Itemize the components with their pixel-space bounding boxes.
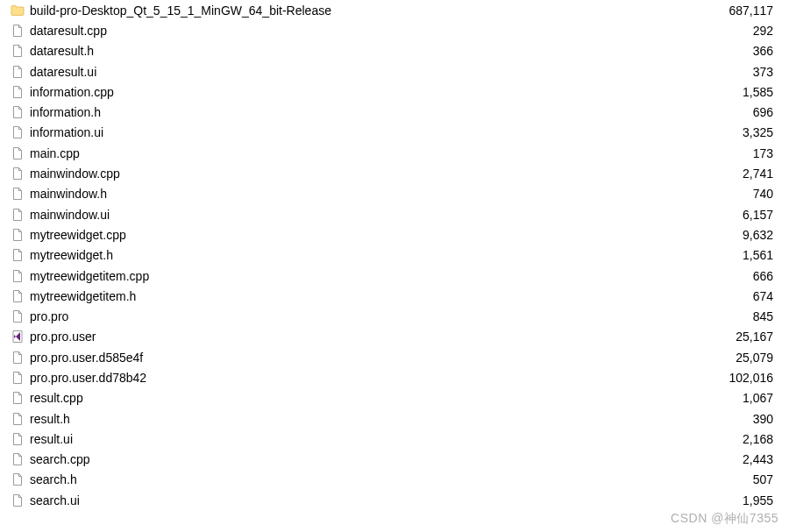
- file-icon: [11, 391, 25, 405]
- file-size: 6,157: [703, 208, 773, 222]
- file-row[interactable]: build-pro-Desktop_Qt_5_15_1_MinGW_64_bit…: [0, 0, 789, 20]
- file-size: 1,955: [703, 493, 773, 507]
- file-name: mainwindow.cpp: [30, 167, 703, 181]
- file-size: 25,167: [703, 330, 773, 344]
- file-row[interactable]: information.ui 3,325: [0, 123, 789, 143]
- file-size: 25,079: [703, 351, 773, 365]
- file-row[interactable]: pro.pro.user.d585e4f 25,079: [0, 347, 789, 367]
- file-size: 102,016: [703, 371, 773, 385]
- file-name: dataresult.ui: [30, 65, 703, 79]
- file-icon: [11, 412, 25, 426]
- file-icon: [11, 248, 25, 262]
- file-size: 9,632: [703, 228, 773, 242]
- file-size: 292: [703, 24, 773, 38]
- file-size: 674: [703, 289, 773, 303]
- file-name: pro.pro.user.d585e4f: [30, 351, 703, 365]
- file-row[interactable]: dataresult.cpp 292: [0, 20, 789, 40]
- file-name: dataresult.cpp: [30, 24, 703, 38]
- file-row[interactable]: result.ui 2,168: [0, 429, 789, 449]
- file-icon: [11, 85, 25, 99]
- file-name: mytreewidget.h: [30, 248, 703, 262]
- file-size: 173: [703, 146, 773, 160]
- file-size: 2,741: [703, 167, 773, 181]
- file-icon: [11, 472, 25, 486]
- file-row[interactable]: mytreewidget.cpp 9,632: [0, 224, 789, 245]
- file-size: 507: [703, 472, 773, 486]
- file-row[interactable]: result.h 390: [0, 408, 789, 429]
- file-row[interactable]: search.ui 1,955: [0, 490, 789, 510]
- file-name: information.cpp: [30, 85, 703, 99]
- file-name: result.ui: [30, 432, 703, 446]
- file-row[interactable]: mytreewidgetitem.cpp 666: [0, 266, 789, 286]
- file-name: result.cpp: [30, 391, 703, 405]
- file-size: 1,067: [703, 391, 773, 405]
- file-name: search.cpp: [30, 452, 703, 466]
- file-icon: [11, 167, 25, 181]
- file-size: 845: [703, 309, 773, 323]
- file-name: mytreewidgetitem.h: [30, 289, 703, 303]
- file-icon: [11, 371, 25, 385]
- file-name: search.h: [30, 472, 703, 486]
- file-icon: [11, 44, 25, 58]
- file-size: 366: [703, 44, 773, 58]
- file-row[interactable]: mainwindow.h 740: [0, 184, 789, 204]
- file-row[interactable]: mytreewidgetitem.h 674: [0, 286, 789, 306]
- file-name: result.h: [30, 412, 703, 426]
- file-icon: [11, 187, 25, 201]
- file-row[interactable]: pro.pro 845: [0, 306, 789, 326]
- file-name: pro.pro.user.dd78b42: [30, 371, 703, 385]
- file-size: 696: [703, 105, 773, 119]
- file-row[interactable]: pro.pro.user.dd78b42 102,016: [0, 367, 789, 387]
- file-row[interactable]: mainwindow.ui 6,157: [0, 204, 789, 224]
- file-row[interactable]: dataresult.ui 373: [0, 61, 789, 82]
- file-row[interactable]: search.h 507: [0, 470, 789, 490]
- file-icon: [11, 24, 25, 38]
- file-size: 3,325: [703, 125, 773, 139]
- file-icon: [11, 208, 25, 222]
- file-icon: [11, 309, 25, 323]
- file-size: 2,443: [703, 452, 773, 466]
- file-icon: [11, 146, 25, 160]
- file-list: build-pro-Desktop_Qt_5_15_1_MinGW_64_bit…: [0, 0, 789, 510]
- watermark: CSDN @神仙7355: [671, 511, 778, 527]
- file-size: 1,561: [703, 248, 773, 262]
- file-name: build-pro-Desktop_Qt_5_15_1_MinGW_64_bit…: [30, 4, 703, 18]
- file-row[interactable]: mainwindow.cpp 2,741: [0, 163, 789, 183]
- file-row[interactable]: result.cpp 1,067: [0, 388, 789, 408]
- file-row[interactable]: search.cpp 2,443: [0, 450, 789, 470]
- file-size: 390: [703, 412, 773, 426]
- file-icon: [11, 65, 25, 79]
- file-size: 687,117: [703, 4, 773, 18]
- file-icon: [11, 105, 25, 119]
- file-icon: [11, 228, 25, 242]
- file-name: information.ui: [30, 125, 703, 139]
- file-row[interactable]: pro.pro.user 25,167: [0, 327, 789, 347]
- file-icon: [11, 269, 25, 283]
- file-icon: [11, 289, 25, 303]
- file-size: 666: [703, 269, 773, 283]
- file-name: mainwindow.ui: [30, 208, 703, 222]
- file-size: 2,168: [703, 432, 773, 446]
- file-name: mytreewidget.cpp: [30, 228, 703, 242]
- file-name: pro.pro.user: [30, 330, 703, 344]
- file-row[interactable]: information.cpp 1,585: [0, 82, 789, 102]
- file-size: 1,585: [703, 85, 773, 99]
- file-icon: [11, 432, 25, 446]
- file-row[interactable]: dataresult.h 366: [0, 41, 789, 61]
- file-icon: [11, 452, 25, 466]
- file-name: mainwindow.h: [30, 187, 703, 201]
- file-row[interactable]: main.cpp 173: [0, 143, 789, 163]
- file-name: search.ui: [30, 493, 703, 507]
- file-size: 740: [703, 187, 773, 201]
- file-row[interactable]: mytreewidget.h 1,561: [0, 245, 789, 266]
- file-icon: [11, 493, 25, 507]
- file-name: pro.pro: [30, 309, 703, 323]
- file-row[interactable]: information.h 696: [0, 102, 789, 122]
- vs-file-icon: [11, 330, 25, 344]
- file-name: main.cpp: [30, 146, 703, 160]
- file-name: dataresult.h: [30, 44, 703, 58]
- file-name: mytreewidgetitem.cpp: [30, 269, 703, 283]
- file-icon: [11, 351, 25, 365]
- folder-icon: [11, 4, 25, 18]
- file-name: information.h: [30, 105, 703, 119]
